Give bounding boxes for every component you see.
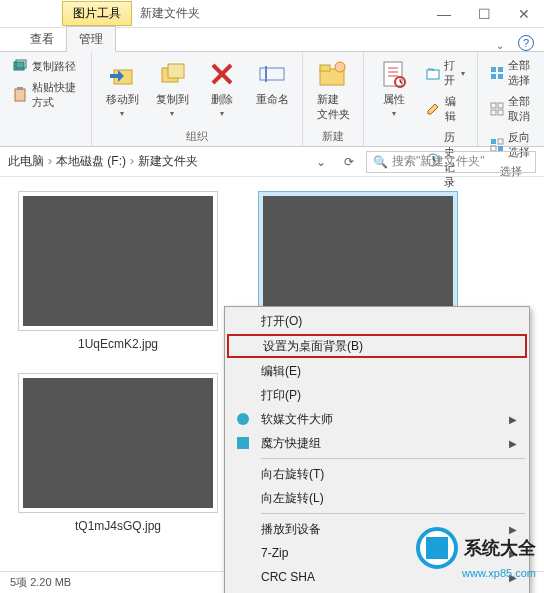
ctx-ruanmei-file[interactable]: 软媒文件大师▶ bbox=[227, 407, 527, 431]
select-none-label: 全部取消 bbox=[508, 94, 532, 124]
status-text: 5项 2.20 MB bbox=[10, 575, 71, 590]
ctx-open[interactable]: 打开(O) bbox=[227, 309, 527, 333]
new-folder-button[interactable]: 新建 文件夹 bbox=[311, 56, 355, 124]
ctx-notepadpp[interactable]: Edit with Notepad++ bbox=[227, 589, 527, 593]
svg-rect-14 bbox=[427, 70, 439, 79]
menu-separator bbox=[261, 458, 525, 459]
delete-label: 删除 bbox=[211, 92, 233, 107]
svg-point-11 bbox=[335, 62, 345, 72]
minimize-button[interactable]: — bbox=[424, 6, 464, 22]
close-button[interactable]: ✕ bbox=[504, 6, 544, 22]
select-all-icon bbox=[490, 65, 504, 81]
thumbnail-caption: 1UqEcmK2.jpg bbox=[18, 337, 218, 351]
ctx-set-background[interactable]: 设置为桌面背景(B) bbox=[227, 334, 527, 358]
tab-view[interactable]: 查看 bbox=[18, 27, 66, 51]
svg-rect-7 bbox=[260, 68, 284, 80]
submenu-arrow-icon: ▶ bbox=[509, 414, 517, 425]
menu-separator bbox=[261, 513, 525, 514]
svg-rect-25 bbox=[498, 139, 503, 144]
maximize-button[interactable]: ☐ bbox=[464, 6, 504, 22]
image-thumbnail[interactable]: tQ1mJ4sGQ.jpg bbox=[18, 373, 218, 533]
move-to-icon bbox=[106, 58, 138, 90]
chevron-down-icon: ▾ bbox=[170, 109, 174, 118]
open-icon bbox=[426, 65, 440, 81]
ctx-edit[interactable]: 编辑(E) bbox=[227, 359, 527, 383]
search-placeholder: 搜索"新建文件夹" bbox=[392, 153, 485, 170]
svg-rect-20 bbox=[491, 103, 496, 108]
app-icon bbox=[235, 411, 251, 427]
organize-group-label: 组织 bbox=[100, 127, 294, 144]
svg-rect-24 bbox=[491, 139, 496, 144]
svg-rect-22 bbox=[491, 110, 496, 115]
breadcrumb[interactable]: 此电脑›本地磁盘 (F:)›新建文件夹 bbox=[8, 153, 198, 170]
paste-shortcut-icon bbox=[12, 87, 28, 103]
ctx-rotate-left[interactable]: 向左旋转(L) bbox=[227, 486, 527, 510]
copy-path-button[interactable]: 复制路径 bbox=[8, 56, 83, 76]
ctx-ruanmei-shortcut[interactable]: 魔方快捷组▶ bbox=[227, 431, 527, 455]
svg-rect-10 bbox=[320, 65, 330, 71]
properties-button[interactable]: 属性 ▾ bbox=[372, 56, 416, 120]
watermark-name: 系统大全 bbox=[464, 536, 536, 560]
rename-icon bbox=[256, 58, 288, 90]
svg-rect-16 bbox=[491, 67, 496, 72]
copy-to-button[interactable]: 复制到 ▾ bbox=[150, 56, 194, 120]
crumb-root[interactable]: 此电脑 bbox=[8, 154, 44, 168]
edit-button[interactable]: 编辑 bbox=[422, 92, 469, 126]
copy-path-icon bbox=[12, 58, 28, 74]
select-none-icon bbox=[490, 101, 504, 117]
ctx-print[interactable]: 打印(P) bbox=[227, 383, 527, 407]
search-icon: 🔍 bbox=[373, 155, 388, 169]
svg-rect-23 bbox=[498, 110, 503, 115]
svg-rect-3 bbox=[17, 87, 23, 90]
delete-icon bbox=[206, 58, 238, 90]
move-to-button[interactable]: 移动到 ▾ bbox=[100, 56, 144, 120]
chevron-down-icon: ▾ bbox=[120, 109, 124, 118]
search-input[interactable]: 🔍 搜索"新建文件夹" bbox=[366, 151, 536, 173]
svg-rect-2 bbox=[15, 89, 25, 101]
rename-label: 重命名 bbox=[256, 92, 289, 107]
svg-rect-18 bbox=[491, 74, 496, 79]
open-label: 打开 bbox=[444, 58, 457, 88]
properties-label: 属性 bbox=[383, 92, 405, 107]
thumbnail-image bbox=[23, 196, 213, 326]
chevron-down-icon: ▾ bbox=[220, 109, 224, 118]
svg-rect-12 bbox=[384, 62, 402, 86]
watermark-url: www.xp85.com bbox=[462, 567, 536, 579]
crumb-drive[interactable]: 本地磁盘 (F:) bbox=[56, 154, 126, 168]
copy-to-label: 复制到 bbox=[156, 92, 189, 107]
thumbnail-caption: tQ1mJ4sGQ.jpg bbox=[18, 519, 218, 533]
svg-rect-17 bbox=[498, 67, 503, 72]
picture-tools-tab[interactable]: 图片工具 bbox=[62, 1, 132, 26]
delete-button[interactable]: 删除 ▾ bbox=[200, 56, 244, 120]
edit-label: 编辑 bbox=[445, 94, 465, 124]
watermark-logo-icon bbox=[416, 527, 458, 569]
move-to-label: 移动到 bbox=[106, 92, 139, 107]
dropdown-icon[interactable]: ⌄ bbox=[310, 155, 332, 169]
svg-rect-6 bbox=[168, 64, 184, 78]
clipboard-group-label bbox=[8, 142, 83, 144]
open-button[interactable]: 打开 ▾ bbox=[422, 56, 469, 90]
refresh-icon[interactable]: ⟳ bbox=[338, 155, 360, 169]
tab-manage[interactable]: 管理 bbox=[66, 26, 116, 52]
svg-rect-21 bbox=[498, 103, 503, 108]
chevron-down-icon: ▾ bbox=[392, 109, 396, 118]
crumb-folder[interactable]: 新建文件夹 bbox=[138, 154, 198, 168]
image-thumbnail[interactable]: 1UqEcmK2.jpg bbox=[18, 191, 218, 351]
watermark: 系统大全 www.xp85.com bbox=[416, 527, 536, 569]
svg-rect-19 bbox=[498, 74, 503, 79]
new-group-label: 新建 bbox=[311, 127, 355, 144]
window-title: 新建文件夹 bbox=[140, 5, 200, 22]
app-icon bbox=[235, 435, 251, 451]
ctx-rotate-right[interactable]: 向右旋转(T) bbox=[227, 462, 527, 486]
new-folder-label: 新建 文件夹 bbox=[317, 92, 350, 122]
copy-to-icon bbox=[156, 58, 188, 90]
paste-shortcut-button[interactable]: 粘贴快捷方式 bbox=[8, 78, 83, 112]
select-none-button[interactable]: 全部取消 bbox=[486, 92, 536, 126]
ribbon-expand-icon[interactable]: ⌄ bbox=[496, 40, 504, 51]
edit-icon bbox=[426, 101, 441, 117]
select-all-button[interactable]: 全部选择 bbox=[486, 56, 536, 90]
rename-button[interactable]: 重命名 bbox=[250, 56, 294, 109]
copy-path-label: 复制路径 bbox=[32, 59, 76, 74]
help-button[interactable]: ? bbox=[518, 35, 534, 51]
svg-point-28 bbox=[237, 413, 249, 425]
